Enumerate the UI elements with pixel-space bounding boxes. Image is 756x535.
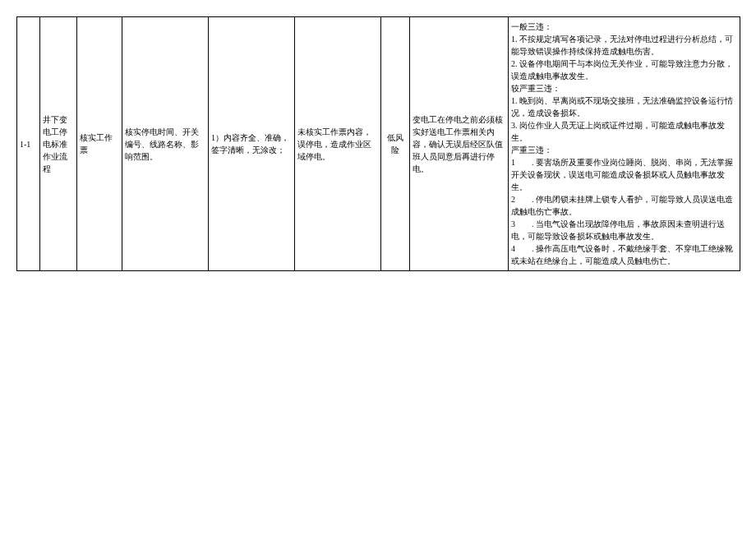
violation-item: 3. 岗位作业人员无证上岗或证件过期，可能造成触电事故发生。 (511, 119, 737, 144)
violation-item: 1. 不按规定填写各项记录，无法对停电过程进行分析总结，可能导致错误操作持续保持… (511, 33, 737, 58)
violation-section3-title: 严重三违： (511, 144, 737, 156)
cell-desc: 核实停电时间、开关编号、线路名称、影响范围。 (122, 17, 209, 271)
violation-item: 3 . 当电气设备出现故障停电后，事故原因未查明进行送电，可能导致设备损坏或触电… (511, 218, 737, 242)
procedure-table: 1-1 井下变电工停电标准作业流程 核实工作票 核实停电时间、开关编号、线路名称… (16, 16, 740, 271)
violation-item: 4 . 操作高压电气设备时，不戴绝缘手套、不穿电工绝缘靴或未站在绝缘台上，可能造… (511, 242, 737, 267)
cell-violation: 一般三违： 1. 不按规定填写各项记录，无法对停电过程进行分析总结，可能导致错误… (509, 17, 740, 271)
violation-item: 1. 晚到岗、早离岗或不现场交接班，无法准确监控设备运行情况，造成设备损坏。 (511, 95, 737, 119)
cell-risk-level: 低风险 (381, 17, 410, 271)
violation-item: 1 . 要害场所及重要作业岗位睡岗、脱岗、串岗，无法掌握开关设备现状，误送电可能… (511, 156, 737, 193)
cell-standard: 1）内容齐全、准确，签字清晰，无涂改； (209, 17, 295, 271)
cell-id: 1-1 (17, 17, 40, 271)
violation-item: 2. 设备停电期间干与本岗位无关作业，可能导致注意力分散，误造成触电事故发生。 (511, 58, 737, 82)
cell-process: 井下变电工停电标准作业流程 (40, 17, 77, 271)
table-row: 1-1 井下变电工停电标准作业流程 核实工作票 核实停电时间、开关编号、线路名称… (17, 17, 740, 271)
cell-step: 核实工作票 (77, 17, 122, 271)
violation-section2-title: 较严重三违： (511, 82, 737, 95)
violation-item: 2 . 停电闭锁未挂牌上锁专人看护，可能导致人员误送电造成触电伤亡事故。 (511, 193, 737, 218)
violation-section1-title: 一般三违： (511, 21, 737, 33)
cell-risk-desc: 未核实工作票内容，误停电，造成作业区域停电。 (295, 17, 381, 271)
cell-measure: 变电工在停电之前必须核实好送电工作票相关内容，确认无误后经区队值班人员同意后再进… (410, 17, 509, 271)
